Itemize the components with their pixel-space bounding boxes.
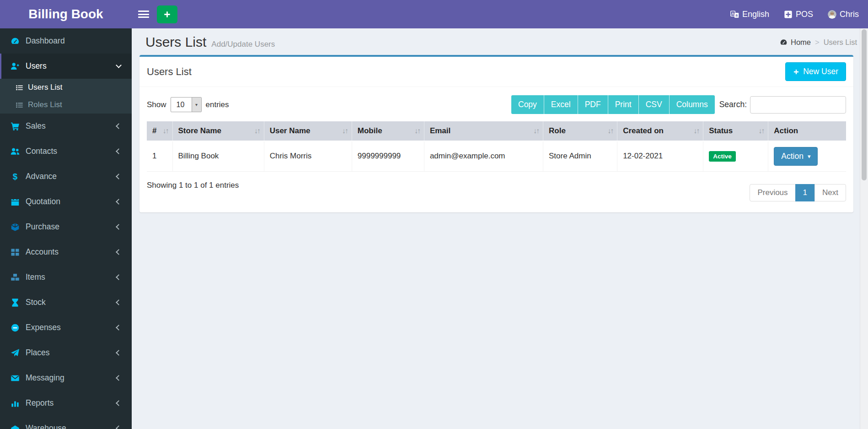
sort-icon: ↓↑ [607, 127, 613, 135]
sidebar-item-label: Expenses [26, 323, 117, 332]
cell-mobile: 9999999999 [352, 141, 424, 171]
cubes-icon [11, 273, 20, 282]
print-button[interactable]: Print [608, 95, 638, 114]
sidebar-item-dashboard[interactable]: Dashboard [0, 28, 132, 54]
csv-button[interactable]: CSV [638, 95, 669, 114]
entries-label: entries [206, 100, 229, 109]
brand-logo[interactable]: Billing Book [0, 0, 132, 28]
sidebar-item-items[interactable]: Items [0, 265, 132, 290]
pagination-next-button[interactable]: Next [814, 184, 846, 201]
search-label: Search: [719, 100, 747, 109]
plus-icon [163, 11, 171, 18]
column-label: Store Name [178, 126, 221, 135]
columns-button[interactable]: Columns [669, 95, 715, 114]
sidebar-subitem-users-list[interactable]: Users List [0, 79, 132, 96]
cart-icon [11, 122, 20, 131]
plus-square-icon [784, 10, 793, 19]
search-input[interactable] [750, 96, 846, 114]
quick-add-button[interactable] [157, 5, 177, 23]
pdf-button[interactable]: PDF [578, 95, 608, 114]
sort-icon: ↓↑ [163, 127, 168, 135]
search-control: Search: [719, 96, 846, 114]
sidebar-item-purchase[interactable]: Purchase [0, 214, 132, 239]
cell-num: 1 [147, 141, 172, 171]
column-header-role[interactable]: Role↓↑ [543, 121, 617, 141]
column-header-store-name[interactable]: Store Name↓↑ [172, 121, 264, 141]
column-label: Mobile [358, 126, 382, 135]
table-footer: Showing 1 to 1 of 1 entries Previous 1 N… [147, 179, 846, 201]
pagination-previous-button[interactable]: Previous [750, 184, 795, 201]
cell-role: Store Admin [543, 141, 617, 171]
sidebar-item-label: Places [26, 348, 117, 358]
cell-email: admin@example.com [424, 141, 543, 171]
export-button-group: CopyExcelPDFPrintCSVColumns [511, 95, 715, 114]
sidebar-item-label: Purchase [26, 222, 117, 232]
new-user-button[interactable]: New User [785, 62, 846, 81]
column-header-user-name[interactable]: User Name↓↑ [264, 121, 352, 141]
sidebar-item-quotation[interactable]: Quotation [0, 189, 132, 214]
select-arrow-icon: ▾ [192, 98, 201, 112]
envelope-icon [11, 374, 20, 383]
sidebar-item-label: Dashboard [26, 36, 123, 46]
action-label: Action [781, 152, 804, 161]
cell-user-name: Chris Morris [264, 141, 352, 171]
navbar-main: Aa English POS Chris [132, 0, 868, 28]
svg-text:a: a [735, 13, 738, 17]
column-header-mobile[interactable]: Mobile↓↑ [352, 121, 424, 141]
action-dropdown-button[interactable]: Action▾ [774, 147, 818, 166]
th-large-icon [11, 248, 20, 257]
column-label: Status [709, 126, 733, 135]
sidebar-item-advance[interactable]: $Advance [0, 164, 132, 189]
entries-summary: Showing 1 to 1 of 1 entries [147, 179, 239, 190]
sidebar-item-stock[interactable]: Stock [0, 290, 132, 315]
column-label: Role [549, 126, 566, 135]
table-right-controls: CopyExcelPDFPrintCSVColumns Search: [511, 95, 846, 114]
page-title-text: Users List [145, 34, 206, 50]
sort-icon: ↓↑ [342, 127, 348, 135]
column-header-email[interactable]: Email↓↑ [424, 121, 543, 141]
sidebar-item-accounts[interactable]: Accounts [0, 239, 132, 265]
table-body: 1Billing BookChris Morris9999999999admin… [147, 141, 846, 171]
page-size-select[interactable]: 10 ▾ [171, 97, 202, 112]
sort-icon: ↓↑ [693, 127, 699, 135]
column-header-num[interactable]: #↓↑ [147, 121, 172, 141]
column-header-created-on[interactable]: Created on↓↑ [617, 121, 703, 141]
breadcrumb: Home > Users List [780, 38, 857, 47]
sidebar-item-messaging[interactable]: Messaging [0, 365, 132, 391]
page-length-control: Show 10 ▾ entries [147, 97, 229, 112]
sidebar-item-places[interactable]: Places [0, 340, 132, 365]
chevron-left-icon [116, 199, 122, 205]
sidebar-item-reports[interactable]: Reports [0, 391, 132, 416]
chevron-left-icon [116, 299, 122, 305]
user-menu[interactable]: Chris [828, 10, 859, 19]
breadcrumb-home[interactable]: Home [780, 38, 811, 47]
sidebar-item-contacts[interactable]: Contacts [0, 139, 132, 164]
excel-button[interactable]: Excel [544, 95, 578, 114]
content-header: Users List Add/Update Users Home > Users… [132, 28, 860, 55]
new-user-label: New User [803, 67, 838, 76]
sort-icon: ↓↑ [758, 127, 764, 135]
sidebar-item-users[interactable]: Users [0, 54, 132, 79]
pagination-page-1-button[interactable]: 1 [795, 184, 815, 201]
pos-button[interactable]: POS [784, 10, 813, 19]
table-controls: Show 10 ▾ entries CopyExcelPDFPrintCSVCo… [147, 95, 846, 114]
sidebar-toggle-hamburger-icon[interactable] [138, 10, 149, 19]
sidebar-item-label: Stock [26, 298, 117, 307]
language-label: English [742, 10, 769, 19]
sidebar: DashboardUsersUsers ListRoles ListSalesC… [0, 28, 132, 429]
breadcrumb-current: Users List [824, 38, 857, 47]
sidebar-subitem-roles-list[interactable]: Roles List [0, 96, 132, 114]
language-menu[interactable]: Aa English [730, 10, 769, 19]
sidebar-item-label: Messaging [26, 373, 117, 383]
copy-button[interactable]: Copy [511, 95, 544, 114]
panel-body: Show 10 ▾ entries CopyExcelPDFPrintCSVCo… [139, 87, 853, 212]
chevron-left-icon [116, 249, 122, 255]
sort-icon: ↓↑ [533, 127, 539, 135]
sidebar-item-warehouse[interactable]: Warehouse [0, 416, 132, 429]
sidebar-item-sales[interactable]: Sales [0, 114, 132, 139]
column-header-status[interactable]: Status↓↑ [703, 121, 768, 141]
scrollbar-thumb[interactable] [862, 29, 867, 180]
cube-icon [11, 223, 20, 232]
sidebar-item-expenses[interactable]: Expenses [0, 315, 132, 340]
user-plus-icon [11, 62, 20, 71]
